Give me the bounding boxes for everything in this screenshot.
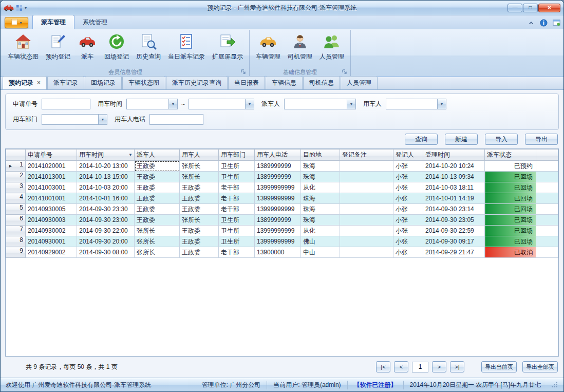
cell-request-no[interactable]: 20140930003	[26, 215, 77, 226]
cell-remark[interactable]	[340, 161, 393, 172]
ribbon-button[interactable]: 人员管理	[316, 31, 348, 67]
document-tab[interactable]: 回场记录×	[85, 76, 122, 89]
ribbon-button[interactable]: 历史查询	[133, 31, 164, 67]
close-button[interactable]: ×	[538, 4, 560, 12]
column-header[interactable]: 派车人 ▼	[135, 150, 180, 161]
column-header[interactable]: 申请单号 ▼	[26, 150, 77, 161]
table-row[interactable]: ►1 20141020001 2014-10-20 13:00 王政委 张所长 …	[6, 161, 558, 172]
dept-combo[interactable]: ▼	[42, 114, 107, 125]
ribbon-button[interactable]: 车辆状态图	[4, 31, 42, 67]
skin-switch-icon[interactable]	[553, 19, 560, 27]
document-tab[interactable]: 预约记录×	[3, 76, 47, 89]
chevron-down-icon[interactable]: ▼	[347, 99, 355, 109]
cell-request-no[interactable]: 20140930002	[26, 226, 77, 236]
cell-remark[interactable]	[340, 215, 393, 226]
cell-request-no[interactable]: 20141013001	[26, 172, 77, 182]
chevron-down-icon[interactable]: ▼	[168, 99, 177, 109]
cell-dept[interactable]: 卫生所	[219, 226, 255, 236]
cell-dispatcher[interactable]: 王政委	[135, 161, 180, 172]
table-row[interactable]: ►3 20141003001 2014-10-03 20:00 王政委 王政委 …	[6, 182, 558, 193]
cell-phone[interactable]: 13999999999	[255, 182, 301, 193]
cell-user[interactable]: 王政委	[180, 226, 219, 236]
ribbon-button[interactable]: 预约登记	[42, 31, 74, 67]
cell-dept[interactable]: 老干部	[219, 193, 255, 204]
column-header[interactable]: 用车时间 ▼	[77, 150, 135, 161]
cell-destination[interactable]: 从化	[301, 182, 340, 193]
cell-request-no[interactable]: 20141003001	[26, 182, 77, 193]
next-page-button[interactable]: >	[432, 361, 446, 372]
column-header[interactable]: 用车人 ▼	[180, 150, 219, 161]
cell-remark[interactable]	[340, 247, 393, 258]
cell-dept[interactable]: 老干部	[219, 182, 255, 193]
cell-accept-time[interactable]: 2014-09-30 23:05	[423, 215, 485, 226]
row-header-cell[interactable]: ►5	[6, 204, 26, 215]
cell-use-time[interactable]: 2014-10-01 16:00	[77, 193, 135, 204]
ribbon-button[interactable]: 派车	[74, 31, 101, 67]
row-header-cell[interactable]: ►2	[6, 172, 26, 182]
cell-request-no[interactable]: 20141001001	[26, 193, 77, 204]
cell-dept[interactable]: 卫生所	[219, 172, 255, 182]
select-all-corner[interactable]	[6, 150, 26, 161]
export-all-pages-button[interactable]: 导出全部页	[522, 361, 558, 372]
dialog-launcher-icon[interactable]	[240, 69, 247, 75]
cell-dispatch-status[interactable]: 已回场	[485, 193, 536, 204]
column-filter-icon[interactable]: ▼	[128, 153, 133, 157]
cell-registrar[interactable]: 小张	[393, 215, 423, 226]
cell-remark[interactable]	[340, 193, 393, 204]
cell-user[interactable]: 张所长	[180, 215, 219, 226]
cell-request-no[interactable]: 20140929002	[26, 247, 77, 258]
dispatcher-combo[interactable]: ▼	[284, 99, 356, 109]
document-tab[interactable]: 司机信息×	[303, 76, 340, 89]
cell-accept-time[interactable]: 2014-09-29 21:47	[423, 247, 485, 258]
cell-dept[interactable]: 卫生所	[219, 161, 255, 172]
cell-use-time[interactable]: 2014-10-03 20:00	[77, 182, 135, 193]
license-link[interactable]: 【软件已注册】	[347, 381, 403, 389]
prev-page-button[interactable]: <	[394, 361, 408, 372]
export-button[interactable]: 导出	[525, 134, 558, 145]
cell-registrar[interactable]: 小张	[393, 182, 423, 193]
row-header-cell[interactable]: ►9	[6, 247, 26, 258]
cell-phone[interactable]: 13999999999	[255, 193, 301, 204]
cell-phone[interactable]: 13999999999	[255, 226, 301, 236]
cell-request-no[interactable]: 20140930005	[26, 204, 77, 215]
cell-use-time[interactable]: 2014-09-30 20:00	[77, 236, 135, 247]
quick-access-chevron-down-icon[interactable]: ▾	[25, 6, 27, 10]
ribbon-button[interactable]: 司机管理	[284, 31, 316, 67]
cell-dispatcher[interactable]: 王政委	[135, 215, 180, 226]
cell-user[interactable]: 王政委	[180, 193, 219, 204]
chevron-down-icon[interactable]: ▼	[245, 99, 254, 109]
column-header[interactable]: 用车部门 ▼	[219, 150, 255, 161]
cell-accept-time[interactable]: 2014-10-01 14:19	[423, 193, 485, 204]
request-no-input[interactable]	[42, 99, 90, 109]
new-button[interactable]: 新建	[445, 134, 478, 145]
cell-use-time[interactable]: 2014-09-30 08:00	[77, 247, 135, 258]
column-header[interactable]: 登记人 ▼	[393, 150, 423, 161]
cell-phone[interactable]: 1389999999	[255, 172, 301, 182]
ribbon-button[interactable]: 扩展屏显示	[209, 31, 247, 67]
cell-user[interactable]: 王政委	[180, 236, 219, 247]
last-page-button[interactable]: >|	[450, 361, 464, 372]
cell-registrar[interactable]: 小张	[393, 161, 423, 172]
cell-user[interactable]: 王政委	[180, 247, 219, 258]
import-button[interactable]: 导入	[485, 134, 518, 145]
ribbon-button[interactable]: 回场登记	[101, 31, 133, 67]
cell-dispatch-status[interactable]: 已预约	[485, 161, 536, 172]
ribbon-button[interactable]: 车辆管理	[252, 31, 284, 67]
row-header-cell[interactable]: ►3	[6, 182, 26, 193]
quick-access-icon[interactable]	[16, 5, 23, 11]
cell-accept-time[interactable]: 2014-10-13 09:34	[423, 172, 485, 182]
table-row[interactable]: ►2 20141013001 2014-10-13 15:00 王政委 张所长 …	[6, 172, 558, 182]
cell-phone[interactable]: 13999999999	[255, 204, 301, 215]
use-time-to-combo[interactable]: ▼	[189, 99, 254, 109]
cell-destination[interactable]: 中山	[301, 247, 340, 258]
close-tab-icon[interactable]: ×	[37, 79, 41, 86]
cell-use-time[interactable]: 2014-09-30 23:00	[77, 215, 135, 226]
cell-destination[interactable]: 珠海	[301, 172, 340, 182]
cell-dispatch-status[interactable]: 已取消	[485, 247, 536, 258]
cell-request-no[interactable]: 20140930001	[26, 236, 77, 247]
cell-remark[interactable]	[340, 172, 393, 182]
phone-input[interactable]	[149, 114, 203, 125]
cell-remark[interactable]	[340, 236, 393, 247]
row-header-cell[interactable]: ►4	[6, 193, 26, 204]
cell-destination[interactable]: 珠海	[301, 161, 340, 172]
